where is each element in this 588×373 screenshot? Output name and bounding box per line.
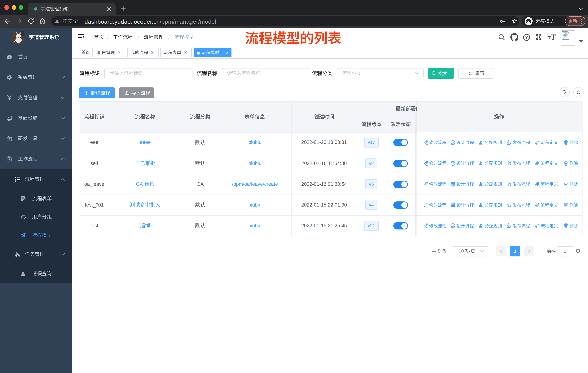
svg-text:?: ? [525,35,528,40]
